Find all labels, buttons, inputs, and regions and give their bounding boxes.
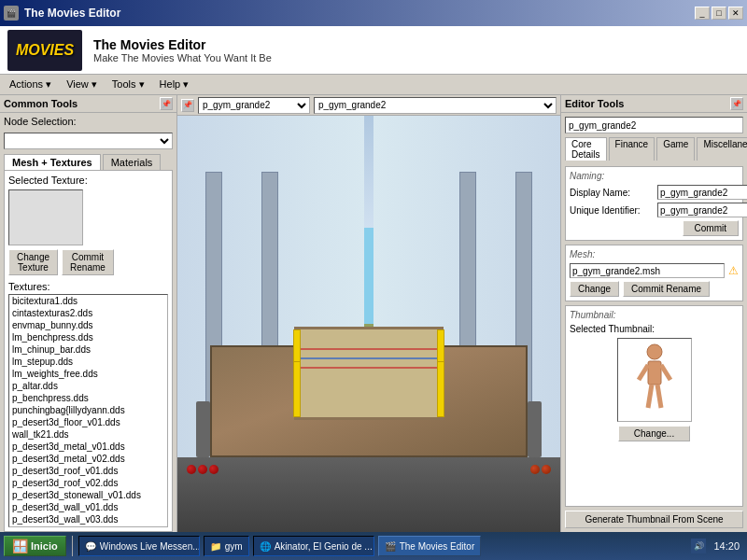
list-item[interactable]: p_desert3d_roof_v02.dds xyxy=(9,477,167,489)
list-item[interactable]: lm_weights_free.dds xyxy=(9,368,167,380)
tab-game[interactable]: Game xyxy=(656,137,695,161)
list-item[interactable]: p_altar.dds xyxy=(9,380,167,392)
menu-view[interactable]: View ▾ xyxy=(61,77,103,92)
ball-row-right xyxy=(530,465,551,474)
taskbar-item-akinator[interactable]: 🌐 Akinator, El Genio de ... xyxy=(253,536,374,556)
taskbar-item-movies-editor[interactable]: 🎬 The Movies Editor xyxy=(378,536,482,556)
taskbar-akinator-label: Akinator, El Genio de ... xyxy=(275,541,373,552)
mesh-change-button[interactable]: Change xyxy=(570,281,619,297)
list-item[interactable]: lm_benchpress.dds xyxy=(9,331,167,343)
taskbar-item-gym[interactable]: 📁 gym xyxy=(204,536,249,556)
mesh-section: Mesh: ⚠ Change Commit Rename xyxy=(565,245,743,301)
list-item[interactable]: p_desert3d_roof_v01.dds xyxy=(9,465,167,477)
node-select-label: Node Selection: xyxy=(4,116,77,127)
mesh-material-tabs: Mesh + Textures Materials xyxy=(0,152,176,170)
object-name-input[interactable] xyxy=(565,117,743,133)
thumbnail-preview xyxy=(617,338,692,422)
list-item[interactable]: p_desert3d_wall_v01.dds xyxy=(9,501,167,513)
right-panel-pin[interactable]: 📌 xyxy=(730,97,743,110)
node-select-row: Node Selection: xyxy=(0,113,176,130)
list-item[interactable]: p_desert3d_metal_v01.dds xyxy=(9,441,167,453)
texture-btn-row: ChangeTexture CommitRename xyxy=(8,249,168,275)
tab-finance[interactable]: Finance xyxy=(609,137,655,161)
list-item[interactable]: p_desert3d_floor_v01.dds xyxy=(9,416,167,428)
node-dropdown[interactable] xyxy=(4,133,173,149)
maximize-button[interactable]: □ xyxy=(712,7,726,20)
node-dropdown-row xyxy=(0,130,176,152)
texture-preview xyxy=(8,189,83,245)
view-dropdown-1[interactable]: p_gym_grande2 xyxy=(198,97,310,114)
view-dropdown-2[interactable]: p_gym_grande2 xyxy=(314,97,557,114)
scene-floor xyxy=(177,457,560,532)
list-item[interactable]: lm_stepup.dds xyxy=(9,356,167,368)
tab-materials[interactable]: Materials xyxy=(103,154,162,170)
unique-id-input[interactable] xyxy=(657,203,747,217)
list-item[interactable]: p_desert3d_metal_v02.dds xyxy=(9,453,167,465)
list-item[interactable]: p_desert3d_wall_v03.dds xyxy=(9,513,167,525)
main-area: Common Tools 📌 Node Selection: Mesh + Te… xyxy=(0,95,747,532)
center-toolbar: 📌 p_gym_grande2 p_gym_grande2 xyxy=(177,95,560,116)
texture-section: Selected Texture: ChangeTexture CommitRe… xyxy=(4,170,173,532)
right-panel: Editor Tools 📌 Core Details Finance Game… xyxy=(560,95,747,532)
menu-bar: Actions ▾ View ▾ Tools ▾ Help ▾ xyxy=(0,75,747,95)
commit-rename-button[interactable]: CommitRename xyxy=(62,249,114,275)
ball-row-left xyxy=(187,465,218,474)
thumbnail-section: Thumbnail: Selected Thumbnail: xyxy=(565,305,743,507)
taskbar-item-messenger[interactable]: 💬 Windows Live Messen... xyxy=(78,536,200,556)
unique-id-label: Unique Identifier: xyxy=(570,205,654,216)
minimize-button[interactable]: _ xyxy=(695,7,710,20)
taskbar: 🪟 Inicio 💬 Windows Live Messen... 📁 gym … xyxy=(0,532,747,560)
menu-tools[interactable]: Tools ▾ xyxy=(106,77,150,92)
list-item[interactable]: bicitextura1.dds xyxy=(9,295,167,307)
tab-mesh-textures[interactable]: Mesh + Textures xyxy=(4,154,101,170)
svg-line-5 xyxy=(657,385,661,408)
thumbnail-change-button[interactable]: Change... xyxy=(618,426,690,441)
list-item[interactable]: p_desert3d_stonewall_v01.dds xyxy=(9,489,167,501)
app-icon: 🎬 xyxy=(4,6,19,21)
svg-point-0 xyxy=(647,344,662,359)
left-panel-pin[interactable]: 📌 xyxy=(160,97,173,110)
center-pin[interactable]: 📌 xyxy=(181,99,194,112)
equip-1 xyxy=(196,401,210,457)
naming-section: Naming: Display Name: Unique Identifier:… xyxy=(565,166,743,241)
tab-miscellaneous[interactable]: Miscellaneous xyxy=(697,137,747,161)
display-name-input[interactable] xyxy=(657,185,747,200)
editor-tools-content: Core Details Finance Game Miscellaneous … xyxy=(561,113,747,532)
app-title-block: The Movies Editor Make The Movies What Y… xyxy=(93,37,272,63)
equip-2 xyxy=(528,401,542,457)
boxing-ring xyxy=(294,327,444,420)
textures-label: Textures: xyxy=(8,281,168,292)
center-panel: 📌 p_gym_grande2 p_gym_grande2 xyxy=(177,95,560,532)
tab-core-details[interactable]: Core Details xyxy=(565,137,607,161)
naming-title: Naming: xyxy=(570,171,739,181)
left-panel-header: Common Tools 📌 xyxy=(0,95,176,113)
start-label: Inicio xyxy=(31,540,58,552)
window-title: The Movies Editor xyxy=(24,7,120,20)
left-panel: Common Tools 📌 Node Selection: Mesh + Te… xyxy=(0,95,177,532)
start-button[interactable]: 🪟 Inicio xyxy=(4,536,66,556)
taskbar-messenger-label: Windows Live Messen... xyxy=(100,541,200,552)
list-item[interactable]: lm_chinup_bar.dds xyxy=(9,343,167,356)
change-texture-button[interactable]: ChangeTexture xyxy=(8,249,58,275)
list-item[interactable]: wall_tk21.dds xyxy=(9,428,167,441)
generate-thumbnail-button[interactable]: Generate Thumbnail From Scene xyxy=(565,511,743,528)
mesh-input[interactable] xyxy=(570,263,725,278)
menu-actions[interactable]: Actions ▾ xyxy=(4,77,57,92)
title-bar: 🎬 The Movies Editor _ □ ✕ xyxy=(0,0,747,26)
tray-volume-icon[interactable]: 🔊 xyxy=(691,539,706,553)
texture-list[interactable]: bicitextura1.ddscintastexturas2.ddsenvma… xyxy=(8,294,168,527)
svg-line-4 xyxy=(648,385,652,408)
display-name-label: Display Name: xyxy=(570,188,654,198)
clock: 14:20 xyxy=(710,540,743,552)
list-item[interactable]: punchingbag{lillydyann.dds xyxy=(9,404,167,416)
list-item[interactable]: p_benchpress.dds xyxy=(9,392,167,404)
menu-help[interactable]: Help ▾ xyxy=(154,77,195,92)
mesh-commit-rename-button[interactable]: Commit Rename xyxy=(623,281,710,297)
right-panel-header: Editor Tools 📌 xyxy=(561,95,747,113)
list-item[interactable]: cintastexturas2.dds xyxy=(9,307,167,319)
close-button[interactable]: ✕ xyxy=(728,7,743,20)
thumbnail-title: Thumbnail: xyxy=(570,310,739,320)
list-item[interactable]: p_elevenball.dds xyxy=(9,525,167,527)
commit-button[interactable]: Commit xyxy=(683,220,739,236)
list-item[interactable]: envmap_bunny.dds xyxy=(9,319,167,331)
